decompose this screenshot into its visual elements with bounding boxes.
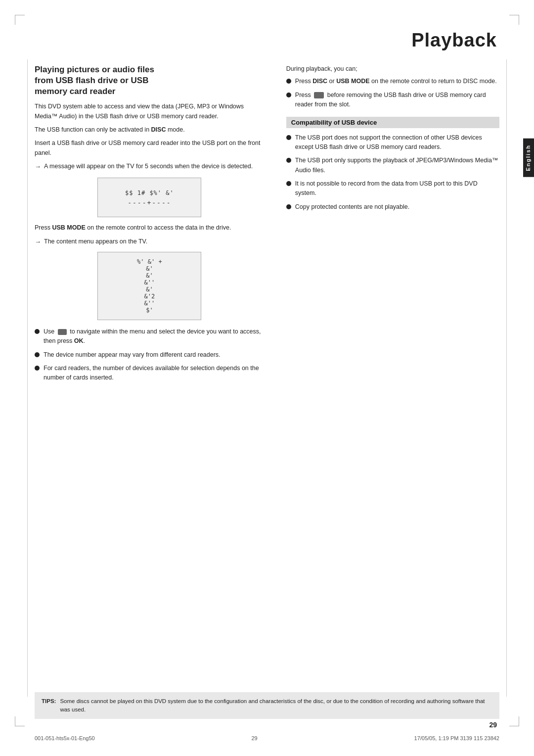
compat-dot-2 (286, 158, 291, 163)
heading-line2: from USB flash drive or USB (35, 76, 149, 85)
para2-bold: DISC (151, 126, 166, 133)
screen2-l5: &' (146, 286, 153, 293)
arrow2-text: The content menu appears on the TV. (44, 237, 265, 246)
compat-bullet-1: The USB port does not support the connec… (286, 133, 499, 152)
footer-right: 17/05/05, 1:19 PM 3139 115 23842 (414, 735, 499, 741)
device-number-text: The device number appear may vary from d… (44, 350, 265, 360)
press-usb-bold: USB MODE (52, 224, 85, 231)
press-usb-para: Press USB MODE on the remote control to … (35, 223, 265, 233)
bullet-dot-device (35, 352, 40, 357)
right-column: During playback, you can; Press DISC or … (276, 59, 499, 702)
compat1-text: The USB port does not support the connec… (295, 133, 499, 152)
page-title: Playback (411, 30, 497, 51)
section-heading: Playing pictures or audio files from USB… (35, 64, 265, 97)
compat-heading: Compatibility of USB device (286, 117, 499, 128)
bullet-press-disc: Press DISC or USB MODE on the remote con… (286, 77, 499, 86)
compat3-rest: is not possible to record from the data … (295, 180, 478, 196)
arrow-item-2: → The content menu appears on the TV. (35, 237, 265, 247)
footer-left: 001-051-hts5x-01-Eng50 (35, 735, 95, 741)
english-tab: English (523, 139, 534, 177)
b1-bold2: USB MODE (336, 78, 369, 85)
bullet-device-number: The device number appear may vary from d… (35, 350, 265, 360)
press-usb-suffix: on the remote control to access the data… (86, 224, 231, 231)
use-icon (58, 329, 67, 335)
tips-label: TIPS: (42, 697, 56, 714)
bullet-dot-press (286, 93, 291, 97)
b1-bold1: DISC (312, 78, 327, 85)
heading-line3: memory card reader (35, 87, 115, 96)
b2-prefix: Press (295, 92, 311, 98)
left-column: Playing pictures or audio files from USB… (35, 59, 276, 702)
press-before-text: Press before removing the USB flash driv… (295, 91, 499, 110)
para2-prefix: The USB function can only be activated i… (35, 126, 151, 133)
compat-section: Compatibility of USB device The USB port… (286, 117, 499, 212)
arrow-item-1: → A message will appear on the TV for 5 … (35, 162, 265, 172)
bullet-dot-card (35, 366, 40, 371)
corner-mark-tl (15, 15, 25, 25)
bullet-press-before: Press before removing the USB flash driv… (286, 91, 499, 110)
compat-bullet-4: Copy protected contents are not playable… (286, 202, 499, 212)
b1-prefix: Press (295, 78, 312, 85)
screen1-dots: ----+---- (128, 199, 171, 206)
side-line-right (506, 59, 507, 697)
compat-bullet-3: It is not possible to record from the da… (286, 179, 499, 198)
compat-dot-1 (286, 135, 291, 140)
corner-mark-tr (509, 15, 519, 25)
compat-dot-3 (286, 181, 291, 186)
bullet-use-text: Use to navigate within the menu and sele… (44, 327, 265, 346)
b1-mid: or (327, 78, 336, 85)
compat3-prefix: It (295, 180, 300, 187)
screen2-l2: &' (146, 265, 153, 272)
para3: Insert a USB flash drive or USB memory c… (35, 139, 265, 158)
page-title-area: Playback (411, 30, 497, 51)
heading-line1: Playing pictures or audio files (35, 65, 154, 74)
bullet-use: Use to navigate within the menu and sele… (35, 327, 265, 346)
card-readers-text: For card readers, the number of devices … (44, 364, 265, 383)
bullet-dot-use (35, 329, 40, 334)
during-playback: During playback, you can; (286, 64, 499, 74)
tips-text: Some discs cannot be played on this DVD … (60, 697, 492, 714)
screen2-l8: $' (146, 307, 153, 314)
page-number: 29 (489, 721, 497, 729)
tips-box: TIPS: Some discs cannot be played on thi… (35, 692, 499, 719)
screen2-l6: &'2 (144, 293, 155, 300)
screen1-line1: $$ 1# $%' &' (125, 189, 174, 196)
compat2-text: The USB port only supports the playback … (295, 156, 499, 175)
b1-suffix: on the remote control to return to DISC … (370, 78, 497, 85)
page-container: English Playback Playing pictures or aud… (0, 0, 534, 756)
screen-box-2: %' &' + &' &' &'' &' &'2 &'' $' (97, 252, 201, 320)
arrow-sym-1: → (35, 162, 41, 172)
para2: The USB function can only be activated i… (35, 125, 265, 135)
bullet-card-readers: For card readers, the number of devices … (35, 364, 265, 383)
press-disc-text: Press DISC or USB MODE on the remote con… (295, 77, 499, 86)
para2-suffix: mode. (166, 126, 184, 133)
para1: This DVD system able to access and view … (35, 102, 265, 121)
footer-center: 29 (251, 735, 257, 741)
compat4-text: Copy protected contents are not playable… (295, 202, 499, 212)
screen-box-1: $$ 1# $%' &' ----+---- (97, 178, 201, 217)
screen2-line1: %' &' + (137, 258, 162, 265)
b2-icon (314, 92, 324, 98)
corner-mark-br (509, 716, 519, 726)
screen2-l7: &'' (144, 300, 155, 307)
arrow-sym-2: → (35, 237, 41, 247)
corner-mark-bl (15, 716, 25, 726)
screen2-l4: &'' (144, 279, 155, 286)
screen2-l3: &' (146, 272, 153, 279)
press-usb-prefix: Press (35, 224, 52, 231)
use-prefix: Use (44, 328, 54, 335)
bullet-dot-disc (286, 79, 291, 84)
use-suffix: . (84, 337, 85, 344)
arrow1-text: A message will appear on the TV for 5 se… (44, 162, 265, 171)
compat3-text: It is not possible to record from the da… (295, 179, 499, 198)
content-area: Playing pictures or audio files from USB… (35, 59, 499, 702)
side-line-left (27, 59, 28, 697)
footer: 001-051-hts5x-01-Eng50 29 17/05/05, 1:19… (35, 735, 499, 741)
compat-dot-4 (286, 204, 291, 209)
use-ok: OK (74, 337, 84, 344)
compat-bullet-2: The USB port only supports the playback … (286, 156, 499, 175)
